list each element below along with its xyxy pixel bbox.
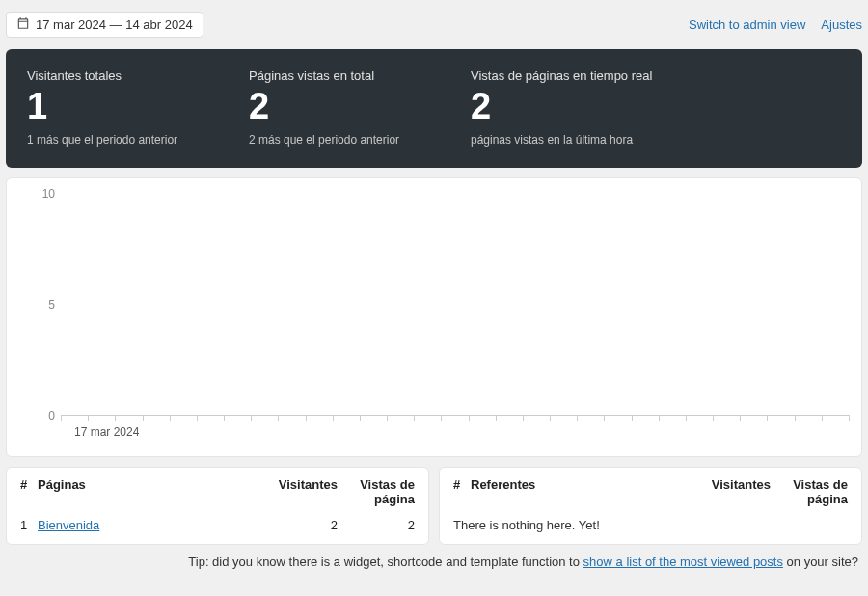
stat-sub: 1 más que el periodo anterior [27,133,191,147]
top-bar: 17 mar 2024 — 14 abr 2024 Switch to admi… [6,6,862,49]
tip-prefix: Tip: did you know there is a widget, sho… [188,555,583,569]
col-hash: # [20,477,38,492]
col-visitors: Visitantes [260,477,338,492]
stat-value: 2 [249,87,413,127]
stat-label: Páginas vistas en total [249,68,413,83]
stat-label: Vistas de páginas en tiempo real [471,68,652,83]
stat-label: Visitantes totales [27,68,191,83]
col-views: Vistas de página [338,477,415,506]
chart-card: 10 5 0 17 mar 2024 [6,177,862,457]
pages-table-header: # Páginas Visitantes Vistas de página [20,477,415,506]
x-tick-row [61,416,850,421]
y-tick-10: 10 [28,187,55,201]
pages-table-card: # Páginas Visitantes Vistas de página 1 … [6,467,429,545]
stat-sub: páginas vistas en la última hora [471,133,652,147]
stat-visitors: Visitantes totales 1 1 más que el period… [27,68,191,147]
date-range-text: 17 mar 2024 — 14 abr 2024 [36,17,193,32]
date-range-picker[interactable]: 17 mar 2024 — 14 abr 2024 [6,12,203,38]
y-tick-0: 0 [28,409,55,422]
referrers-table-header: # Referentes Visitantes Vistas de página [453,477,848,506]
referrers-table-card: # Referentes Visitantes Vistas de página… [439,467,862,545]
stat-value: 1 [27,87,191,127]
row-visitors: 2 [260,518,338,532]
page-link[interactable]: Bienvenida [38,518,99,532]
y-tick-5: 5 [28,298,55,312]
col-referrers: Referentes [471,477,693,492]
switch-admin-link[interactable]: Switch to admin view [689,17,805,32]
row-views: 2 [338,518,415,532]
top-links: Switch to admin view Ajustes [689,17,862,32]
settings-link[interactable]: Ajustes [821,17,862,32]
table-row: 1 Bienvenida 2 2 [20,506,415,532]
row-index: 1 [20,518,38,532]
stat-value: 2 [471,87,652,127]
col-pages: Páginas [38,477,260,492]
stats-summary-card: Visitantes totales 1 1 más que el period… [6,49,862,168]
stat-sub: 2 más que el periodo anterior [249,133,413,147]
col-visitors: Visitantes [693,477,771,492]
referrers-empty-message: There is nothing here. Yet! [453,506,848,532]
stat-realtime: Vistas de páginas en tiempo real 2 págin… [471,68,652,147]
col-views: Vistas de página [771,477,848,506]
calendar-icon [16,16,30,33]
stat-pageviews: Páginas vistas en total 2 2 más que el p… [249,68,413,147]
x-axis-label: 17 mar 2024 [74,425,139,439]
chart-area: 10 5 0 17 mar 2024 [61,194,850,416]
tip-link[interactable]: show a list of the most viewed posts [583,555,783,569]
tip-footer: Tip: did you know there is a widget, sho… [6,545,862,569]
tables-row: # Páginas Visitantes Vistas de página 1 … [6,467,862,545]
col-hash: # [453,477,471,492]
tip-suffix: on your site? [783,555,858,569]
